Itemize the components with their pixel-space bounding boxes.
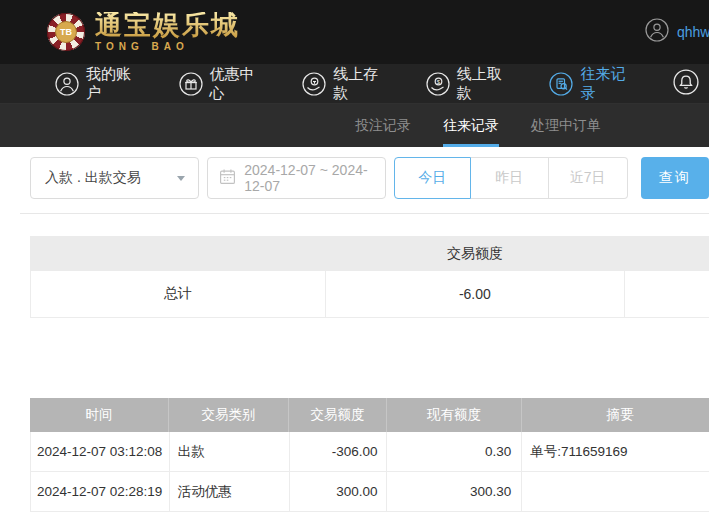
summary-total-value: -6.00 <box>326 271 626 317</box>
logo-subtitle: TONG BAO <box>95 42 240 52</box>
poker-chip-icon: TB <box>47 13 85 51</box>
nav-item-deposit[interactable]: 线上存款 <box>302 65 393 103</box>
today-button[interactable]: 今日 <box>394 157 471 199</box>
logo-title: 通宝娱乐城 <box>95 12 240 39</box>
summary-header-amount: 交易额度 <box>325 245 625 263</box>
nav-label: 线上存款 <box>333 65 393 103</box>
header-time: 时间 <box>30 398 169 432</box>
notifications-button[interactable] <box>673 69 699 99</box>
header-type: 交易类别 <box>169 398 289 432</box>
cell-balance: 0.30 <box>387 432 522 471</box>
tab-pending-orders[interactable]: 处理中订单 <box>531 104 601 147</box>
calendar-icon <box>219 168 236 188</box>
section-divider <box>20 213 709 214</box>
tab-transaction-records[interactable]: 往来记录 <box>443 104 499 147</box>
table-header-row: 时间 交易类别 交易额度 现有额度 摘要 <box>30 398 709 432</box>
user-account[interactable]: qhhw <box>645 0 709 64</box>
nav-item-withdraw[interactable]: $ 线上取款 <box>426 65 517 103</box>
table-row: 2024-12-07 03:12:08 出款 -306.00 0.30 单号:7… <box>30 432 709 472</box>
header-balance: 现有额度 <box>387 398 522 432</box>
page: TB 通宝娱乐城 TONG BAO qhhw <box>0 0 709 517</box>
nav-item-records[interactable]: 往来记录 <box>549 65 640 103</box>
chevron-down-icon <box>177 176 185 181</box>
cell-balance: 300.30 <box>387 472 522 511</box>
bell-icon <box>673 69 699 99</box>
summary-total-row: 总计 -6.00 <box>30 271 709 318</box>
select-value: 入款 . 出款交易 <box>45 169 141 187</box>
record-tabs: 投注记录 往来记录 处理中订单 <box>0 104 709 147</box>
cell-time: 2024-12-07 02:28:19 <box>31 472 170 511</box>
cell-summary: 单号:711659169 <box>522 432 709 471</box>
transaction-type-select[interactable]: 入款 . 出款交易 <box>30 157 199 199</box>
summary-total-empty <box>625 271 709 317</box>
nav-label: 我的账户 <box>86 65 146 103</box>
cell-time: 2024-12-07 03:12:08 <box>31 432 170 471</box>
cell-type: 出款 <box>170 432 290 471</box>
nav-item-promotions[interactable]: 优惠中心 <box>179 65 270 103</box>
summary-total-label: 总计 <box>31 271 326 317</box>
date-range-input[interactable]: 2024-12-07 ~ 2024-12-07 <box>207 157 385 199</box>
user-icon <box>55 72 79 96</box>
top-header: TB 通宝娱乐城 TONG BAO qhhw <box>0 0 709 64</box>
cell-amount: 300.00 <box>290 472 388 511</box>
nav-label: 往来记录 <box>580 65 640 103</box>
search-button[interactable]: 查询 <box>641 157 709 199</box>
brand-logo[interactable]: TB 通宝娱乐城 TONG BAO <box>47 12 240 52</box>
quick-range-group: 今日 昨日 近7日 <box>394 157 628 199</box>
content-area: 入款 . 出款交易 2024-12-07 ~ 2024-12-07 <box>0 157 709 512</box>
filter-bar: 入款 . 出款交易 2024-12-07 ~ 2024-12-07 <box>30 157 709 199</box>
logo-text: 通宝娱乐城 TONG BAO <box>95 12 240 52</box>
cell-summary <box>522 472 709 511</box>
records-icon <box>549 72 573 96</box>
nav-label: 线上取款 <box>457 65 517 103</box>
summary-table: 交易额度 总计 -6.00 <box>30 236 709 318</box>
nav-item-my-account[interactable]: 我的账户 <box>55 65 146 103</box>
user-avatar-icon <box>645 18 669 46</box>
gift-icon <box>179 72 203 96</box>
cell-type: 活动优惠 <box>170 472 290 511</box>
yesterday-button[interactable]: 昨日 <box>471 157 549 199</box>
date-range-value: 2024-12-07 ~ 2024-12-07 <box>244 162 384 194</box>
header-summary: 摘要 <box>522 398 709 432</box>
summary-header-row: 交易额度 <box>30 236 709 271</box>
chip-label: TB <box>55 21 77 43</box>
nav-label: 优惠中心 <box>210 65 270 103</box>
transactions-table: 时间 交易类别 交易额度 现有额度 摘要 2024-12-07 03:12:08… <box>30 398 709 512</box>
withdraw-icon: $ <box>426 72 450 96</box>
username[interactable]: qhhw <box>677 24 709 40</box>
main-nav: 我的账户 优惠中心 <box>0 64 709 104</box>
tab-betting-records[interactable]: 投注记录 <box>355 104 411 147</box>
last-7-days-button[interactable]: 近7日 <box>549 157 628 199</box>
cell-amount: -306.00 <box>290 432 388 471</box>
table-row: 2024-12-07 02:28:19 活动优惠 300.00 300.30 <box>30 472 709 512</box>
deposit-icon <box>302 72 326 96</box>
header-amount: 交易额度 <box>289 398 387 432</box>
